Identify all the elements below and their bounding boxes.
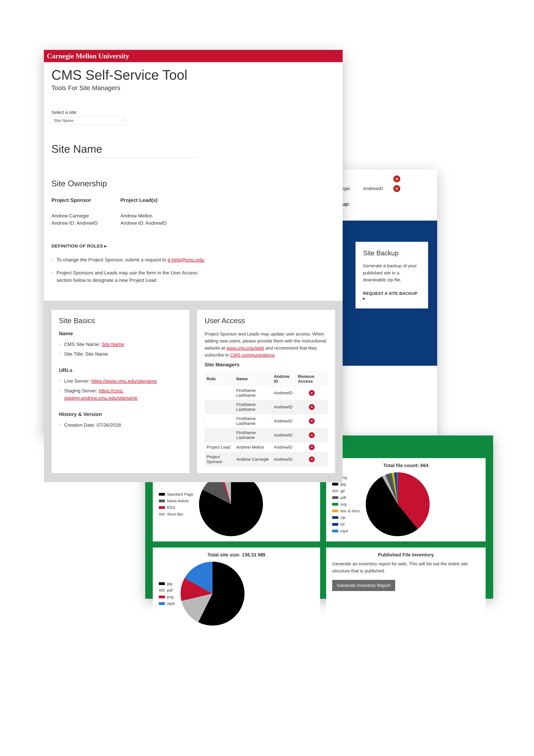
managers-label: Site Managers — [205, 362, 328, 367]
note-item: To change the Project Sponsor, submit a … — [51, 256, 210, 264]
legend-item: RSS — [159, 504, 193, 511]
legend-item: mp4 — [159, 600, 175, 607]
legend-item: jpg — [159, 580, 175, 587]
table-row: Project SponsorAndrew CarnegieAndrewID — [205, 452, 327, 466]
legend-item: pdf — [159, 587, 175, 594]
remove-icon[interactable] — [309, 432, 315, 438]
hint-fragment: ur nem. T ▸ — [336, 331, 381, 351]
site-size-card: Total site size: 136.31 MB jpgpdfpngmp4 — [153, 548, 320, 631]
legend-item: doc & docx — [332, 508, 360, 514]
legend-item: svg — [332, 501, 360, 508]
page-subtitle: Tools For Site Managers — [51, 84, 335, 92]
site-select[interactable]: Site Name — [51, 117, 126, 124]
live-url-link[interactable]: https://www.cmu.edu/sitename — [91, 378, 157, 384]
site-size-pie — [179, 560, 246, 627]
legend-item: zip — [332, 514, 360, 521]
legend-item: Standard Page — [159, 491, 193, 498]
legend-item: News Article — [159, 498, 193, 504]
managers-table: Role Name Andrew ID Remove Access FirstN… — [205, 372, 328, 467]
backup-title: Site Backup — [363, 249, 421, 257]
lead-id: Andrew ID: AndrewID — [121, 219, 167, 227]
ownership-heading: Site Ownership — [51, 179, 335, 188]
backup-text: Generate a backup of your published site… — [363, 262, 421, 284]
access-intro: Project Sponsor and Leads may update use… — [205, 331, 328, 359]
cms-comm-link[interactable]: CMS communications — [230, 352, 274, 358]
site-size-title: Total site size: 136.31 MB — [159, 552, 314, 558]
sponsor-id: Andrew ID: AndrewID — [51, 219, 98, 227]
basics-heading: Site Basics — [59, 316, 182, 325]
remove-icon[interactable] — [309, 456, 315, 462]
table-row: FirstName LastNameAndrewID — [205, 386, 327, 400]
remove-icon[interactable] — [393, 176, 400, 182]
legend-item: png — [159, 594, 175, 600]
site-name-heading: Site Name — [51, 143, 198, 157]
site-basics-panel: Site Basics Name CMS Site Name: Site Nam… — [51, 310, 189, 473]
table-row — [339, 176, 427, 182]
list-item: Creation Date: 07/26/2018 — [59, 421, 182, 429]
file-count-pie — [364, 471, 431, 537]
table-row: FirstName LastNameAndrewID — [205, 400, 327, 414]
list-item: Staging Server: https://cms-staging.andr… — [59, 387, 182, 402]
legend-item: gif — [332, 488, 360, 494]
legend-item: txt — [332, 521, 360, 527]
sponsor-label: Project Sponsor — [51, 197, 98, 203]
main-page: Carnegie Mellon University CMS Self-Serv… — [44, 50, 343, 437]
brand-bar: Carnegie Mellon University — [44, 50, 343, 62]
page-title: CMS Self-Service Tool — [51, 67, 335, 83]
table-row: negieAndrewID — [339, 185, 427, 192]
name-label: Name — [59, 331, 182, 337]
file-count-title: Total file count: 664 — [332, 463, 480, 468]
note-item: Project Sponsors and Leads may use the f… — [51, 269, 210, 284]
request-backup-link[interactable]: REQUEST A SITE BACKUP ▸ — [363, 291, 417, 301]
remove-icon[interactable] — [309, 418, 315, 424]
page-count-legend: Standard PageNews ArticleRSSShort Bio — [159, 491, 193, 518]
legend-item: pdf — [332, 494, 360, 501]
col-name: Name — [234, 372, 272, 386]
select-label: Select a site: — [51, 110, 335, 115]
list-item: Site Title: Site Name — [59, 350, 182, 358]
inventory-text: Generate an inventory report for web. Th… — [332, 560, 480, 575]
legend-item: Short Bio — [159, 511, 193, 518]
table-row: FirstName LastnameAndrewID — [205, 428, 327, 442]
inventory-card: Published File Inventory Generate an inv… — [326, 548, 486, 631]
lead-column: Project Lead(s) Andrew Mellon Andrew ID:… — [121, 197, 167, 227]
remove-icon[interactable] — [309, 445, 315, 450]
col-remove: Remove Access — [296, 372, 327, 386]
history-label: History & Version — [59, 411, 182, 417]
legend-item: mp4 — [332, 528, 360, 534]
site-backup-card: Site Backup Generate a backup of your pu… — [355, 242, 428, 309]
file-count-card: Total file count: 664 pngjpggifpdfsvgdoc… — [326, 458, 486, 541]
site-name-link[interactable]: Site Name — [101, 341, 124, 347]
web-link[interactable]: www.cmu.edu/web — [226, 345, 264, 350]
table-row: FirstName LastNameAndrewID — [205, 414, 327, 428]
sponsor-name: Andrew Carnegie — [51, 212, 98, 219]
inventory-title: Published File Inventory — [332, 552, 480, 558]
file-count-legend: pngjpggifpdfsvgdoc & docxziptxtmp4 — [332, 474, 360, 534]
site-size-legend: jpgpdfpngmp4 — [159, 580, 175, 607]
access-heading: User Access — [205, 316, 328, 325]
remove-icon[interactable] — [393, 185, 400, 192]
list-item: CMS Site Name: Site Name — [59, 341, 182, 348]
generate-inventory-button[interactable]: Generate Inventory Report — [332, 580, 395, 591]
chevron-down-icon — [121, 119, 123, 122]
remove-icon[interactable] — [309, 390, 315, 396]
group-label: oup: — [339, 201, 427, 207]
col-role: Role — [205, 372, 234, 386]
col-id: Andrew ID — [272, 372, 296, 386]
table-row: Project LeadAndrew MellonAndrewID — [205, 442, 327, 452]
lead-label: Project Lead(s) — [121, 197, 167, 203]
site-select-value: Site Name — [54, 118, 73, 123]
list-item: Live Server: https://www.cmu.edu/sitenam… — [59, 377, 182, 385]
email-link[interactable]: it-help@cmu.edu — [168, 257, 204, 262]
lead-name: Andrew Mellon — [121, 212, 167, 219]
remove-icon[interactable] — [309, 404, 315, 410]
urls-label: URLs — [59, 367, 182, 373]
user-access-panel: User Access Project Sponsor and Leads ma… — [197, 310, 335, 473]
sponsor-column: Project Sponsor Andrew Carnegie Andrew I… — [51, 197, 98, 227]
definition-of-roles-link[interactable]: DEFINITION OF ROLES ▸ — [51, 243, 335, 249]
